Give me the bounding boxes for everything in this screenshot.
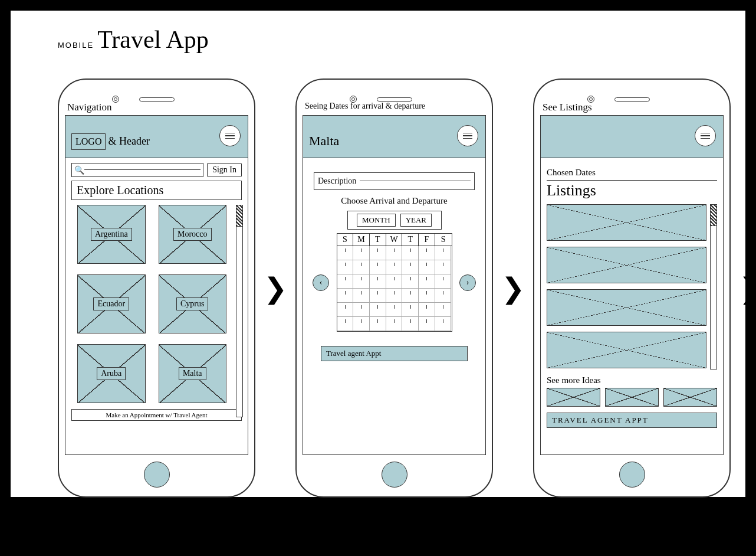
flow-arrow-icon: ❯ (499, 272, 527, 305)
phone-listings: See Listings Chosen Dates Listings (533, 79, 731, 498)
location-tile[interactable]: Malta (159, 344, 227, 403)
agent-appointment-button[interactable]: Make an Appointment w/ Travel Agent (71, 409, 242, 421)
scrollbar[interactable] (236, 205, 243, 417)
screen-label: See Listings (543, 102, 592, 113)
calendar-grid[interactable] (337, 246, 452, 331)
listings-title: Listings (547, 182, 717, 199)
year-selector[interactable]: YEAR (400, 214, 432, 227)
home-button[interactable] (382, 462, 407, 488)
locations-grid: Argentina Morocco Ecuador Cyprus Aruba M… (71, 205, 232, 403)
menu-icon[interactable] (219, 125, 241, 146)
phone-navigation: Navigation LOGO & Header 🔍 Sign In (58, 79, 255, 498)
search-placeholder-squiggle (84, 168, 200, 172)
app-header (541, 116, 723, 158)
title-main: Travel App (97, 25, 209, 54)
speaker-icon (377, 97, 412, 102)
app-header: Malta (303, 116, 485, 158)
search-icon: 🔍 (74, 165, 84, 175)
speaker-icon (139, 97, 175, 102)
phone-dates: Seeing Dates for arrival & departure Mal… (295, 79, 493, 498)
month-year-selector: MONTH YEAR (347, 211, 442, 230)
location-tile[interactable]: Aruba (77, 344, 146, 403)
description-label: Description (318, 176, 356, 186)
listing-item[interactable] (547, 204, 706, 241)
home-button[interactable] (144, 462, 170, 488)
calendar[interactable]: S M T W T F S (337, 233, 452, 332)
scrollbar[interactable] (710, 204, 717, 369)
month-selector[interactable]: MONTH (357, 214, 396, 227)
camera-icon (112, 96, 119, 103)
location-title: Malta (309, 133, 339, 149)
speaker-icon (614, 97, 650, 102)
flow-arrow-icon: ❯ (261, 272, 290, 305)
description-squiggle (360, 179, 471, 184)
listing-item[interactable] (547, 247, 706, 283)
signin-button[interactable]: Sign In (207, 163, 242, 176)
home-button[interactable] (619, 462, 645, 488)
search-input[interactable]: 🔍 (71, 163, 203, 177)
flow-arrow-icon: ❯ (737, 272, 756, 305)
logo[interactable]: LOGO (71, 133, 106, 150)
location-tile[interactable]: Ecuador (77, 274, 146, 333)
chosen-dates-label: Chosen Dates (547, 168, 717, 181)
section-title: Explore Locations (71, 181, 242, 200)
page-title: MOBILE Travel App (58, 25, 209, 54)
listings-column (547, 204, 706, 368)
idea-item[interactable] (605, 388, 659, 407)
scroll-thumb[interactable] (711, 205, 716, 226)
scroll-thumb[interactable] (236, 205, 242, 227)
listing-item[interactable] (547, 289, 706, 326)
menu-icon[interactable] (457, 125, 478, 146)
description-box: Description (314, 172, 475, 190)
title-prefix: MOBILE (58, 41, 94, 50)
idea-item[interactable] (547, 388, 600, 407)
calendar-subtitle: Choose Arrival and Departure (309, 196, 479, 206)
idea-item[interactable] (663, 388, 717, 407)
wireframe-canvas: MOBILE Travel App Navigation LOGO & Head… (11, 11, 745, 497)
menu-icon[interactable] (695, 125, 716, 146)
app-header: LOGO & Header (65, 116, 248, 158)
location-tile[interactable]: Argentina (77, 205, 146, 264)
screen-label: Navigation (67, 102, 112, 113)
screen-label: Seeing Dates for arrival & departure (305, 102, 425, 111)
ideas-row (547, 388, 717, 407)
prev-month-button[interactable]: ‹ (313, 274, 329, 291)
location-tile[interactable]: Morocco (159, 205, 227, 264)
header-text: & Header (108, 135, 149, 148)
next-month-button[interactable]: › (459, 274, 476, 291)
ideas-title: See more Ideas (547, 375, 717, 385)
location-tile[interactable]: Cyprus (159, 274, 227, 333)
calendar-header: S M T W T F S (337, 234, 452, 246)
listing-item[interactable] (547, 332, 706, 368)
agent-appointment-button[interactable]: Travel agent Appt (321, 346, 468, 361)
agent-appointment-button[interactable]: TRAVEL AGENT APPT (547, 413, 717, 428)
